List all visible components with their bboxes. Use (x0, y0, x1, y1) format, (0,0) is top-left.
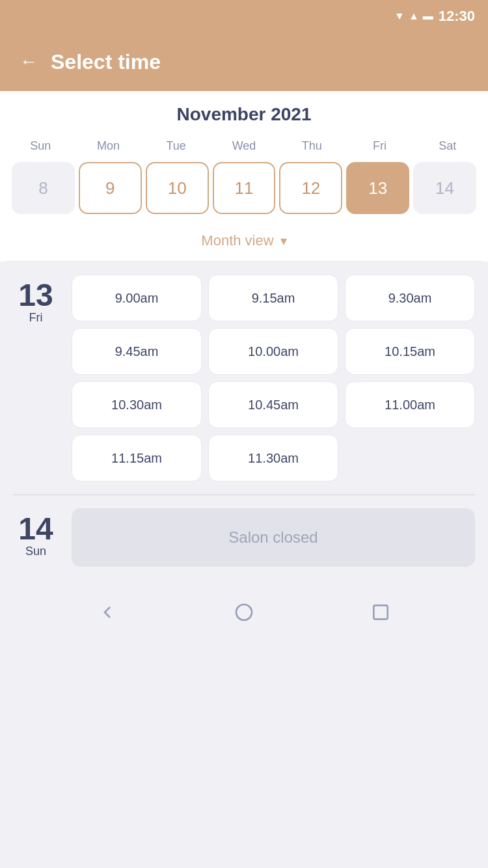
time-slot-1045am[interactable]: 10.45am (208, 381, 338, 428)
status-icons: ▼ ▲ ▬ (394, 10, 433, 22)
month-view-label: Month view (201, 232, 273, 249)
time-slot-915am[interactable]: 9.15am (208, 275, 338, 321)
nav-home-button[interactable] (231, 599, 257, 625)
date-cell-13[interactable]: 13 (346, 162, 409, 214)
status-time: 12:30 (439, 8, 475, 25)
weekday-row: Sun Mon Tue Wed Thu Fri Sat (7, 137, 481, 156)
weekday-tue: Tue (142, 137, 210, 156)
time-slot-1115am[interactable]: 11.15am (72, 435, 202, 481)
day-name-13: Fri (29, 311, 43, 325)
time-slots-grid-13: 9.00am 9.15am 9.30am 9.45am 10.00am 10.1… (72, 275, 475, 481)
time-section: 13 Fri 9.00am 9.15am 9.30am 9.45am 10.00… (0, 262, 488, 567)
svg-rect-1 (373, 605, 387, 619)
weekday-sat: Sat (414, 137, 481, 156)
svg-point-0 (236, 604, 252, 620)
signal-icon: ▲ (409, 10, 419, 22)
time-slot-945am[interactable]: 9.45am (72, 328, 202, 375)
time-slot-1130am[interactable]: 11.30am (208, 435, 338, 481)
back-button[interactable]: ← (20, 51, 38, 72)
time-slot-1015am[interactable]: 10.15am (345, 328, 475, 375)
battery-icon: ▬ (423, 10, 433, 22)
month-year-label: November 2021 (7, 104, 481, 125)
time-slot-1000am[interactable]: 10.00am (208, 328, 338, 375)
date-cell-12[interactable]: 12 (279, 162, 342, 214)
chevron-down-icon: ▾ (280, 233, 287, 249)
day-block-13: 13 Fri 9.00am 9.15am 9.30am 9.45am 10.00… (13, 275, 475, 481)
back-nav-icon (97, 602, 118, 623)
divider (13, 495, 475, 495)
date-cell-10[interactable]: 10 (146, 162, 209, 214)
nav-back-button[interactable] (94, 599, 120, 625)
recent-nav-icon (370, 602, 391, 623)
time-slot-930am[interactable]: 9.30am (345, 275, 475, 321)
date-cell-11[interactable]: 11 (213, 162, 276, 214)
day-label-13: 13 Fri (13, 275, 59, 481)
weekday-fri: Fri (346, 137, 413, 156)
nav-recent-button[interactable] (368, 599, 394, 625)
weekday-mon: Mon (74, 137, 142, 156)
bottom-nav (0, 586, 488, 638)
month-view-toggle[interactable]: Month view ▾ (7, 224, 481, 262)
time-slot-900am[interactable]: 9.00am (72, 275, 202, 321)
date-cell-14[interactable]: 14 (413, 162, 476, 214)
day-number-14: 14 (18, 513, 53, 545)
day-block-14: 14 Sun Salon closed (13, 508, 475, 567)
time-slot-1030am[interactable]: 10.30am (72, 381, 202, 428)
calendar-section: November 2021 Sun Mon Tue Wed Thu Fri Sa… (0, 91, 488, 262)
page-title: Select time (51, 50, 161, 74)
day-label-14: 14 Sun (13, 508, 59, 567)
day-name-14: Sun (25, 545, 46, 558)
salon-closed-message: Salon closed (72, 508, 475, 567)
weekday-thu: Thu (278, 137, 346, 156)
app-header: ← Select time (0, 33, 488, 91)
time-slot-1100am[interactable]: 11.00am (345, 381, 475, 428)
wifi-icon: ▼ (394, 10, 405, 22)
home-nav-icon (234, 602, 254, 623)
day-number-13: 13 (18, 280, 53, 311)
date-cell-8[interactable]: 8 (12, 162, 75, 214)
date-cell-9[interactable]: 9 (79, 162, 142, 214)
weekday-sun: Sun (7, 137, 74, 156)
status-bar: ▼ ▲ ▬ 12:30 (0, 0, 488, 33)
weekday-wed: Wed (210, 137, 278, 156)
date-row: 8 9 10 11 12 13 14 (7, 162, 481, 224)
